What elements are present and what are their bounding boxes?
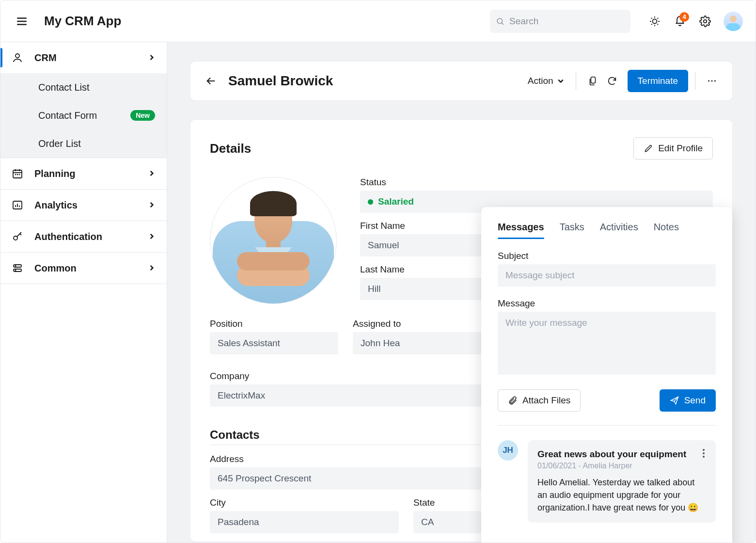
svg-rect-28	[14, 265, 21, 267]
terminate-label: Terminate	[638, 76, 678, 86]
sidebar-item-planning[interactable]: Planning	[0, 158, 167, 189]
page-header: Samuel Browick Action Terminate	[190, 62, 732, 100]
chevron-down-icon	[557, 78, 564, 84]
sidebar-item-common[interactable]: Common	[0, 253, 167, 284]
position-label: Position	[210, 319, 338, 329]
new-badge: New	[130, 110, 155, 121]
sidebar-item-label: Common	[34, 263, 77, 274]
city-value: Pasadena	[210, 511, 399, 533]
sidebar-item-label: Order List	[38, 138, 81, 149]
tab-activities[interactable]: Activities	[600, 222, 638, 239]
sidebar-item-analytics[interactable]: Analytics	[0, 190, 167, 221]
svg-point-20	[16, 175, 16, 175]
stack-icon	[11, 262, 24, 274]
search-box[interactable]	[490, 10, 630, 33]
chart-icon	[11, 199, 24, 211]
main: Samuel Browick Action Terminate	[167, 42, 756, 543]
settings-button[interactable]	[694, 11, 716, 32]
sidebar-item-authentication[interactable]: Authentication	[0, 221, 167, 252]
sidebar-item-label: Contact List	[38, 82, 90, 93]
user-icon	[11, 51, 24, 64]
copy-button[interactable]	[583, 71, 602, 91]
city-label: City	[210, 497, 399, 508]
state-label: State	[413, 497, 481, 508]
search-input[interactable]	[508, 16, 625, 27]
message-sep: -	[576, 462, 583, 470]
sidebar-item-label: Contact Form	[38, 110, 97, 121]
company-label: Company	[210, 371, 481, 382]
svg-point-36	[714, 80, 716, 82]
address-label: Address	[210, 454, 481, 464]
refresh-icon	[607, 76, 617, 86]
hamburger-icon	[16, 15, 28, 28]
divider	[695, 72, 695, 90]
company-value: ElectrixMax	[210, 384, 481, 407]
app-title: My CRM App	[44, 14, 121, 29]
sidebar-item-label: Analytics	[34, 200, 78, 211]
sidebar-item-label: Planning	[34, 168, 75, 179]
message-input[interactable]	[498, 312, 716, 375]
refresh-button[interactable]	[602, 71, 622, 91]
chevron-right-icon	[148, 52, 155, 64]
address-value: 645 Prospect Crescent	[210, 467, 481, 490]
sidebar-item-label: CRM	[34, 52, 57, 64]
message-meta: 01/06/2021 - Amelia Harper	[537, 462, 706, 470]
svg-point-27	[14, 236, 17, 240]
message-label: Message	[498, 298, 716, 309]
notifications-button[interactable]: 4	[669, 11, 691, 32]
sidebar-item-contact-form[interactable]: Contact Form New	[0, 101, 167, 129]
message-author: Amelia Harper	[583, 462, 632, 470]
sidebar-item-label: Authentication	[34, 231, 102, 242]
sidebar: CRM Contact List Contact Form New Order …	[0, 42, 167, 543]
tab-notes[interactable]: Notes	[654, 222, 679, 239]
svg-line-13	[657, 17, 658, 18]
svg-line-11	[657, 24, 658, 25]
page-title: Samuel Browick	[228, 73, 333, 89]
tab-messages[interactable]: Messages	[498, 222, 544, 239]
messages-panel: Messages Tasks Activities Notes Subject …	[481, 207, 732, 543]
gear-icon	[699, 16, 711, 27]
chevron-right-icon	[148, 263, 155, 274]
edit-profile-label: Edit Profile	[658, 143, 703, 154]
layout: CRM Contact List Contact Form New Order …	[0, 42, 756, 543]
subject-input[interactable]	[498, 264, 716, 287]
action-dropdown[interactable]: Action	[523, 72, 569, 90]
svg-point-21	[17, 175, 18, 175]
svg-point-35	[711, 80, 713, 82]
chevron-right-icon	[148, 231, 155, 242]
action-label: Action	[528, 76, 553, 86]
more-button[interactable]	[702, 71, 722, 91]
theme-toggle-button[interactable]	[644, 11, 665, 32]
sidebar-item-order-list[interactable]: Order List	[0, 129, 167, 158]
send-button[interactable]: Send	[660, 389, 716, 412]
divider	[498, 425, 716, 426]
svg-point-3	[497, 18, 503, 23]
svg-point-5	[653, 19, 657, 23]
svg-point-30	[15, 266, 16, 266]
message-more-button[interactable]	[699, 449, 708, 458]
divider	[576, 72, 576, 90]
terminate-button[interactable]: Terminate	[628, 70, 688, 92]
svg-point-14	[704, 19, 707, 22]
edit-profile-button[interactable]: Edit Profile	[633, 137, 713, 160]
details-title: Details	[210, 141, 251, 156]
attach-files-button[interactable]: Attach Files	[498, 389, 581, 412]
message-item: JH Great news about your equipment 01/06…	[498, 440, 716, 523]
arrow-left-icon	[205, 76, 217, 86]
assigned-value: John Hea	[353, 332, 481, 354]
key-icon	[11, 230, 24, 243]
svg-point-15	[16, 54, 19, 58]
message-date: 01/06/2021	[537, 462, 576, 470]
tab-tasks[interactable]: Tasks	[560, 222, 584, 239]
paperclip-icon	[508, 396, 518, 405]
message-title: Great news about your equipment	[537, 449, 706, 460]
sidebar-item-crm[interactable]: CRM	[0, 42, 167, 73]
menu-toggle-button[interactable]	[10, 10, 33, 33]
more-horizontal-icon	[707, 76, 717, 86]
sidebar-item-contact-list[interactable]: Contact List	[0, 73, 167, 101]
user-avatar[interactable]	[724, 12, 743, 31]
svg-line-10	[651, 17, 652, 18]
profile-photo	[210, 177, 337, 304]
back-button[interactable]	[201, 71, 220, 91]
chevron-right-icon	[148, 168, 155, 179]
